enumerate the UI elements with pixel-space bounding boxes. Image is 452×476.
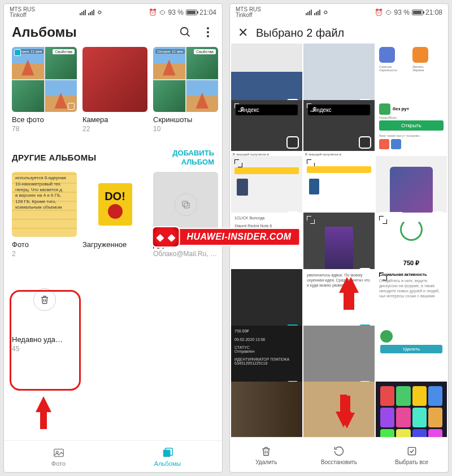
action-restore[interactable]: Восстановить [303, 438, 376, 472]
alarm-icon-2: ⏲ [385, 8, 392, 16]
battery-icon [412, 10, 423, 15]
action-select-all[interactable]: Выбрать все [375, 438, 448, 472]
huawei-logo-icon [152, 226, 180, 248]
svg-rect-3 [184, 203, 189, 208]
checkbox-icon [14, 49, 21, 56]
gallery-item[interactable] [231, 382, 302, 437]
album-photo[interactable]: используется 8-ядерная10-нанометровый те… [12, 172, 77, 258]
album-count: 45 [12, 345, 77, 353]
alarm-icon: ⏰ [149, 8, 157, 16]
other-albums-row: используется 8-ядерная10-нанометровый те… [4, 170, 222, 262]
gallery-item[interactable] [376, 382, 447, 437]
battery-pct: 93 % [168, 8, 184, 16]
clock: 21:08 [425, 8, 442, 16]
expand-icon [234, 159, 242, 167]
album-downloaded[interactable]: DO! Загруженное [82, 172, 147, 258]
trash-icon [260, 445, 272, 457]
svg-rect-2 [182, 201, 188, 206]
status-bar: MTS RUS Tinkoff ⭘ ⏰ ⏲ 93 % 21:08 [230, 4, 448, 21]
album-count: 78 [12, 125, 77, 133]
battery-pct: 93 % [394, 8, 410, 16]
other-albums-section: ДРУГИЕ АЛЬБОМЫ ДОБАВИТЬ АЛЬБОМ [4, 137, 222, 170]
source-watermark: HUAWEI-INSIDER.COM [152, 226, 301, 248]
album-name: Камера [82, 115, 147, 124]
add-album-link[interactable]: ДОБАВИТЬ АЛЬБОМ [172, 149, 214, 166]
signal-icon [80, 10, 86, 15]
album-name: Фото [12, 240, 77, 249]
clock: 21:04 [199, 8, 216, 16]
properties-badge: Свойства [194, 49, 216, 54]
album-count: 10 [153, 125, 218, 133]
album-camera[interactable]: Камера 22 [82, 47, 147, 133]
album-subtitle: Облако@Mail.Ru, … [153, 250, 218, 258]
signal-icon-2 [314, 10, 320, 15]
restore-icon [333, 445, 345, 457]
wifi-icon: ⭘ [323, 8, 329, 16]
search-button[interactable] [179, 26, 192, 38]
carrier-2: Tinkoff [10, 12, 35, 18]
gallery-item[interactable] [303, 382, 375, 437]
carrier-2: Tinkoff [236, 12, 261, 18]
action-label: Удалить [255, 459, 277, 465]
alarm-icon: ⏰ [375, 8, 383, 16]
yandex-label: Яндекс [236, 105, 298, 115]
date-badge: Сегодня, 11 фев [155, 49, 185, 54]
expand-icon [379, 216, 387, 224]
tab-photo[interactable]: Фото [4, 441, 113, 472]
select-checkbox[interactable] [359, 136, 371, 149]
album-count: 22 [82, 125, 147, 133]
svg-line-1 [187, 34, 190, 37]
annotation-arrow-up [36, 396, 51, 412]
album-all-photos[interactable]: Сегодня, 11 фев Свойства Все фото 78 [12, 47, 77, 133]
selection-title: Выбрано 2 файл [256, 27, 344, 40]
alarm-icon-2: ⏲ [159, 8, 166, 16]
expand-icon [307, 216, 315, 224]
page-title: Альбомы [12, 24, 77, 40]
expand-icon [307, 103, 315, 111]
album-screenshots[interactable]: Сегодня, 11 фев Свойства Скриншоты 10 [153, 47, 218, 133]
tab-albums[interactable]: Альбомы [113, 441, 222, 472]
trash-icon [33, 288, 56, 311]
action-delete[interactable]: Удалить [230, 438, 303, 472]
signal-icon [306, 10, 312, 15]
section-title: ДРУГИЕ АЛЬБОМЫ [12, 153, 96, 162]
checkbox-icon [68, 103, 75, 110]
open-button: Открыть [379, 120, 444, 131]
album-name: Все фото [12, 115, 77, 124]
expand-icon [234, 103, 242, 111]
more-menu-button[interactable] [202, 26, 214, 38]
albums-header: Альбомы [4, 21, 222, 45]
action-label: Выбрать все [395, 459, 428, 465]
watermark-text: HUAWEI-INSIDER.COM [176, 228, 301, 246]
expand-icon [379, 272, 387, 280]
action-label: Восстановить [321, 459, 357, 465]
album-name: Недавно уда… [12, 335, 77, 344]
close-button[interactable]: ✕ [238, 25, 248, 40]
signal-icon-2 [88, 10, 94, 15]
tab-label: Альбомы [154, 460, 181, 467]
selection-header: ✕ Выбрано 2 файл [230, 21, 448, 44]
status-bar: MTS RUS Tinkoff ⭘ ⏰ ⏲ 93 % 21:04 [4, 4, 222, 21]
select-checkbox[interactable] [286, 136, 299, 149]
bottom-actions: Удалить Восстановить Выбрать все [230, 437, 448, 472]
svg-rect-8 [408, 447, 415, 455]
yandex-label: Яндекс [308, 105, 370, 115]
wifi-icon: ⭘ [97, 8, 103, 16]
svg-point-0 [181, 28, 188, 35]
battery-icon [186, 10, 197, 15]
select-all-icon [406, 445, 418, 457]
tab-label: Фото [51, 460, 66, 467]
album-count: 2 [12, 250, 77, 258]
album-recently-deleted[interactable]: Недавно уда… 45 [12, 267, 77, 353]
top-albums-row: Сегодня, 11 фев Свойства Все фото 78 Кам… [4, 45, 222, 137]
album-name: Загруженное [82, 240, 147, 249]
bottom-tabs: Фото Альбомы [4, 440, 222, 472]
properties-badge: Свойства [53, 49, 75, 54]
svg-rect-6 [163, 449, 170, 457]
album-name: Скриншоты [153, 115, 218, 124]
